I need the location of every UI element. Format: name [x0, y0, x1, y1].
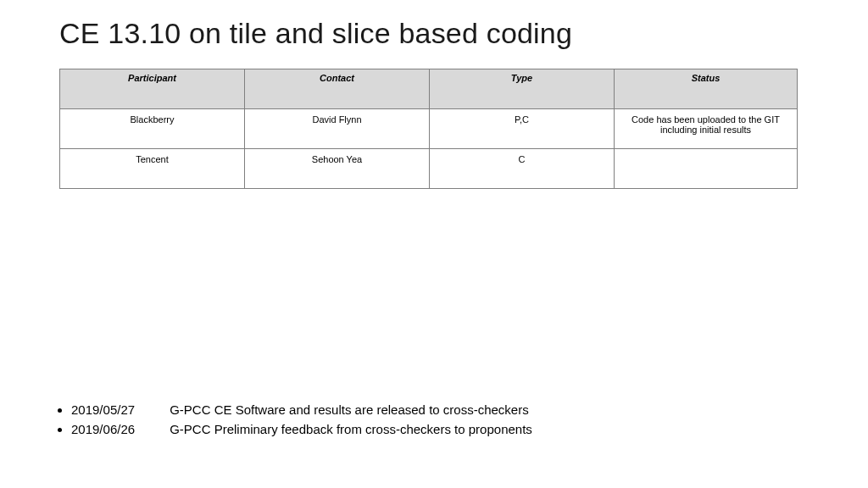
table-header-row: Participant Contact Type Status [60, 69, 798, 109]
cell-participant: Blackberry [60, 109, 245, 149]
schedule-list: 2019/05/27 G-PCC CE Software and results… [71, 402, 532, 441]
cell-participant: Tencent [60, 149, 245, 189]
col-type: Type [430, 69, 615, 109]
table-row: Tencent Sehoon Yea C [60, 149, 798, 189]
schedule-desc: G-PCC CE Software and results are releas… [170, 402, 529, 417]
schedule-date: 2019/05/27 [71, 402, 166, 417]
page-title: CE 13.10 on tile and slice based coding [59, 17, 817, 50]
cell-contact: David Flynn [245, 109, 430, 149]
cell-status [615, 149, 798, 189]
schedule-desc: G-PCC Preliminary feedback from cross-ch… [170, 422, 532, 436]
col-contact: Contact [245, 69, 430, 109]
cell-type: C [430, 149, 615, 189]
schedule-date: 2019/06/26 [71, 422, 166, 436]
cell-type: P,C [430, 109, 615, 149]
table-row: Blackberry David Flynn P,C Code has been… [60, 109, 798, 149]
cell-contact: Sehoon Yea [245, 149, 430, 189]
slide: CE 13.10 on tile and slice based coding … [0, 0, 868, 488]
col-participant: Participant [60, 69, 245, 109]
list-item: 2019/06/26 G-PCC Preliminary feedback fr… [71, 422, 532, 436]
cell-status: Code has been uploaded to the GIT includ… [615, 109, 798, 149]
list-item: 2019/05/27 G-PCC CE Software and results… [71, 402, 532, 417]
col-status: Status [615, 69, 798, 109]
participants-table: Participant Contact Type Status Blackber… [59, 69, 798, 189]
